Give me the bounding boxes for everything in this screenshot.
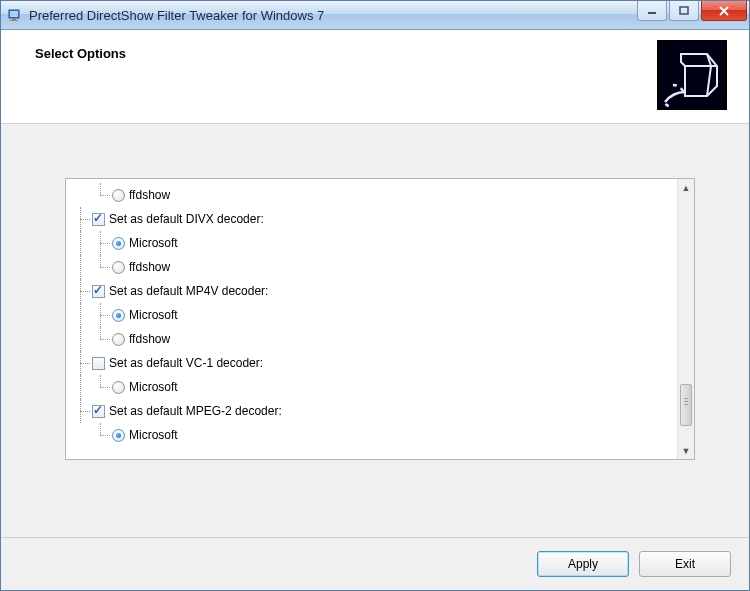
tree-group-label: Set as default MP4V decoder: [109,284,268,298]
tree-connector [74,279,92,303]
tree-connector [74,423,112,447]
tree-option-label: Microsoft [129,308,178,322]
tree-connector [74,303,112,327]
tree-option-row: Microsoft [74,423,686,447]
tree-option-row: ffdshow [74,183,686,207]
tree-group-row: Set as default VC-1 decoder: [74,351,686,375]
apply-button[interactable]: Apply [537,551,629,577]
options-tree: ffdshowSet as default DIVX decoder:Micro… [65,178,695,460]
scroll-up-icon[interactable]: ▲ [678,179,694,196]
radio-icon[interactable] [112,429,125,442]
scroll-down-icon[interactable]: ▼ [678,442,694,459]
window-frame: Preferred DirectShow Filter Tweaker for … [0,0,750,591]
radio-icon[interactable] [112,381,125,394]
maximize-button[interactable] [669,1,699,21]
svg-rect-1 [10,11,18,17]
exit-button[interactable]: Exit [639,551,731,577]
tree-option-label: Microsoft [129,236,178,250]
scroll-thumb[interactable] [680,384,692,426]
tree-group-row: Set as default MPEG-2 decoder: [74,399,686,423]
tree-group-label: Set as default MPEG-2 decoder: [109,404,282,418]
tree-connector [74,231,112,255]
tree-option-label: ffdshow [129,188,170,202]
svg-rect-2 [12,18,16,20]
radio-icon[interactable] [112,261,125,274]
tree-option-row: Microsoft [74,303,686,327]
content-area: ffdshowSet as default DIVX decoder:Micro… [1,124,749,538]
tree-connector [74,375,112,399]
tree-connector [74,399,92,423]
header-logo-icon [657,40,727,110]
checkbox-icon[interactable] [92,213,105,226]
tree-connector [74,183,112,207]
tree-connector [74,351,92,375]
minimize-button[interactable] [637,1,667,21]
tree-option-label: ffdshow [129,260,170,274]
checkbox-icon[interactable] [92,285,105,298]
checkbox-icon[interactable] [92,405,105,418]
radio-icon[interactable] [112,309,125,322]
radio-icon[interactable] [112,237,125,250]
svg-rect-5 [680,7,688,14]
window-title: Preferred DirectShow Filter Tweaker for … [29,8,637,23]
tree-group-label: Set as default VC-1 decoder: [109,356,263,370]
tree-option-label: Microsoft [129,428,178,442]
checkbox-icon[interactable] [92,357,105,370]
tree-option-row: Microsoft [74,375,686,399]
tree-connector [74,207,92,231]
page-title: Select Options [35,46,126,61]
radio-icon[interactable] [112,189,125,202]
tree-group-label: Set as default DIVX decoder: [109,212,264,226]
tree-option-label: Microsoft [129,380,178,394]
scrollbar[interactable]: ▲ ▼ [677,179,694,459]
svg-rect-4 [648,12,656,14]
close-button[interactable] [701,1,747,21]
footer: Apply Exit [1,538,749,590]
tree-group-row: Set as default MP4V decoder: [74,279,686,303]
window-controls [637,1,749,29]
tree-option-label: ffdshow [129,332,170,346]
titlebar[interactable]: Preferred DirectShow Filter Tweaker for … [1,1,749,30]
tree-option-row: Microsoft [74,231,686,255]
radio-icon[interactable] [112,333,125,346]
tree-option-row: ffdshow [74,255,686,279]
tree-group-row: Set as default DIVX decoder: [74,207,686,231]
header-panel: Select Options [1,30,749,124]
tree-option-row: ffdshow [74,327,686,351]
tree-connector [74,255,112,279]
scroll-track[interactable] [678,196,694,442]
tree-connector [74,327,112,351]
svg-rect-3 [10,20,18,21]
app-icon [7,7,23,23]
